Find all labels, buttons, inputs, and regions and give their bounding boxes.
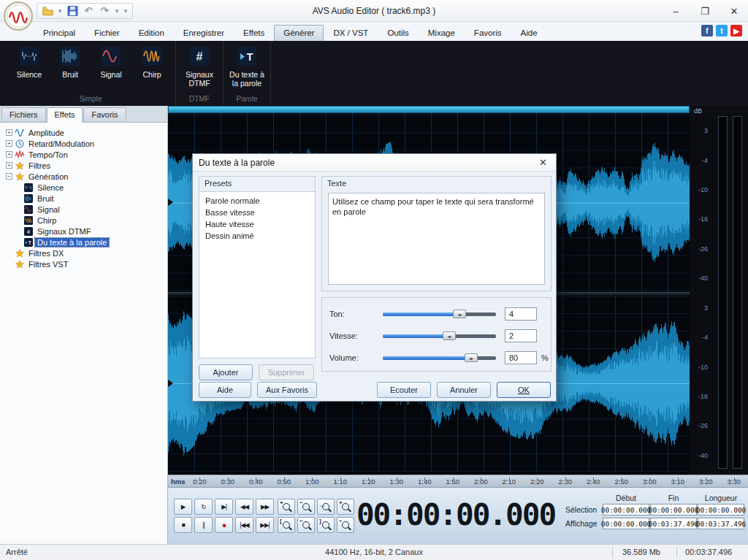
tab-outils[interactable]: Outils	[378, 25, 418, 41]
vitesse-slider-handle[interactable]: ◂▸	[443, 331, 456, 340]
save-icon[interactable]	[65, 4, 80, 18]
ribbon-button-bruit[interactable]: Bruit	[51, 44, 89, 79]
volume-slider-handle[interactable]: ◂▸	[465, 353, 478, 362]
go-to-end-button[interactable]: ▶▶|	[256, 517, 274, 533]
pause-button[interactable]: ||	[194, 517, 213, 533]
selection-value-affichage-1[interactable]: 00:03:37.496	[650, 518, 697, 529]
listen-button[interactable]: Ecouter	[377, 382, 431, 398]
tab-principal[interactable]: Principal	[34, 25, 85, 41]
tab-aide[interactable]: Aide	[511, 25, 547, 41]
panel-tab-fichiers[interactable]: Fichiers	[1, 107, 46, 122]
zoom-selection-right-button[interactable]: ]	[317, 517, 335, 533]
panel-tab-effets[interactable]: Effets	[47, 107, 83, 123]
ribbon-button-silence[interactable]: Silence	[10, 44, 48, 79]
position-bar[interactable]	[168, 106, 690, 113]
dialog-titlebar[interactable]: Du texte à la parole ✕	[193, 154, 556, 172]
tree-item-filtres-dx[interactable]: Filtres DX	[1, 248, 166, 258]
play-button[interactable]: ▶	[174, 499, 192, 515]
selection-value-s-lection-1[interactable]: 00:00:00.000	[650, 504, 697, 515]
tree-expander-icon[interactable]: +	[6, 129, 12, 136]
record-button[interactable]: ●	[215, 517, 233, 533]
tree-item-silence[interactable]: Silence	[1, 182, 166, 193]
selection-value-s-lection-0[interactable]: 00:00:00.000	[603, 504, 649, 515]
tab-mixage[interactable]: Mixage	[419, 25, 465, 41]
tree-item-tempo-ton[interactable]: +Tempo/Ton	[1, 149, 166, 160]
play-to-end-button[interactable]: ▶|	[215, 499, 233, 515]
maximize-button[interactable]: ❐	[695, 6, 714, 17]
preset-item-parole-normale[interactable]: Parole normale	[199, 195, 315, 207]
tree-item-bruit[interactable]: Bruit	[1, 193, 166, 204]
open-file-dropdown-icon[interactable]: ▾	[56, 4, 64, 18]
twitter-icon[interactable]: t	[716, 25, 728, 37]
help-button[interactable]: Aide	[199, 382, 251, 398]
favorites-button[interactable]: Aux Favoris	[257, 382, 317, 398]
cancel-button[interactable]: Annuler	[437, 382, 491, 398]
tree-expander-icon[interactable]: +	[6, 151, 12, 158]
panel-tab-favoris[interactable]: Favoris	[83, 107, 126, 122]
fast-forward-button[interactable]: ▶▶	[256, 499, 274, 515]
vitesse-value[interactable]: 2	[505, 329, 537, 342]
tab-effets[interactable]: Effets	[234, 25, 274, 41]
tree-expander-icon[interactable]: −	[6, 173, 12, 180]
tree-item-chirp[interactable]: Chirp	[1, 215, 166, 226]
remove-preset-button[interactable]: Supprimer	[259, 364, 314, 380]
tree-item-g-n-ration[interactable]: −Génération	[1, 171, 166, 182]
tree-item-signal[interactable]: Signal	[1, 204, 166, 215]
youtube-icon[interactable]: ▶	[730, 25, 742, 37]
ribbon-button-chirp[interactable]: Chirp	[133, 44, 171, 79]
zoom-fit-button[interactable]: ﹍	[317, 499, 335, 515]
loop-button[interactable]: ↻	[194, 499, 213, 515]
tab-enregistrer[interactable]: Enregistrer	[174, 25, 234, 41]
facebook-icon[interactable]: f	[701, 25, 713, 37]
ribbon-button-signaux-dtmf[interactable]: #Signaux DTMF	[180, 44, 218, 88]
redo-dropdown-icon[interactable]: ▾	[113, 4, 121, 18]
tab-g-n-rer[interactable]: Générer	[274, 25, 324, 41]
tree-item-signaux-dtmf[interactable]: #Signaux DTMF	[1, 226, 166, 237]
redo-icon[interactable]: ↷	[97, 4, 112, 18]
tree-expander-icon[interactable]: +	[6, 162, 12, 169]
tree-item-du-texte-la-parole[interactable]: TDu texte à la parole	[1, 237, 166, 248]
add-preset-button[interactable]: Ajouter	[199, 364, 253, 380]
zoom-selection-left-button[interactable]: [	[278, 517, 295, 533]
zoom-out-full-button[interactable]: −	[297, 517, 315, 533]
ok-button[interactable]: OK	[497, 382, 551, 398]
tab-fichier[interactable]: Fichier	[85, 25, 129, 41]
timeline-ruler[interactable]: hms0:200:300:400:501:001:101:201:301:401…	[168, 475, 748, 488]
preset-item-haute-vitesse[interactable]: Haute vitesse	[199, 218, 315, 230]
ribbon-button-signal[interactable]: Signal	[92, 44, 130, 79]
channel2-cursor-marker[interactable]	[168, 380, 173, 387]
close-button[interactable]: ✕	[725, 6, 744, 17]
speech-text-input[interactable]: Utilisez ce champ pour taper le texte qu…	[328, 193, 545, 285]
selection-value-affichage-0[interactable]: 00:00:00.000	[603, 518, 649, 529]
volume-slider[interactable]: ◂▸	[383, 353, 496, 363]
tree-item-amplitude[interactable]: +Amplitude	[1, 127, 166, 138]
preset-item-basse-vitesse[interactable]: Basse vitesse	[199, 207, 315, 218]
minimize-button[interactable]: –	[666, 6, 685, 17]
stop-button[interactable]: ■	[174, 517, 192, 533]
tab-dx-vst[interactable]: DX / VST	[324, 25, 378, 41]
level-meter-right[interactable]	[733, 116, 742, 469]
tree-item-retard-modulation[interactable]: +Retard/Modulation	[1, 138, 166, 149]
open-file-icon[interactable]	[40, 4, 55, 18]
tree-expander-icon[interactable]: +	[6, 140, 12, 147]
customize-toolbar-icon[interactable]: ▾	[122, 4, 129, 18]
ton-value[interactable]: 4	[505, 307, 537, 321]
tree-item-filtres[interactable]: +Filtres	[1, 160, 166, 171]
avs-logo-icon[interactable]	[4, 1, 33, 31]
level-meter-left[interactable]	[718, 116, 728, 469]
volume-value[interactable]: 80	[505, 351, 537, 364]
preset-item-dessin-anim[interactable]: Dessin animé	[199, 230, 315, 242]
tree-item-filtres-vst[interactable]: Filtres VST	[1, 258, 166, 269]
go-to-start-button[interactable]: |◀◀	[235, 517, 253, 533]
ribbon-button-du-texte-la-parole[interactable]: TDu texte à la parole	[228, 44, 266, 88]
dialog-close-icon[interactable]: ✕	[536, 157, 550, 168]
selection-value-affichage-2[interactable]: 00:03:37.496	[698, 518, 744, 529]
zoom-out-button[interactable]: −	[297, 499, 315, 515]
tab-edition[interactable]: Edition	[129, 25, 174, 41]
tab-favoris[interactable]: Favoris	[465, 25, 511, 41]
vitesse-slider[interactable]: ◂▸	[383, 331, 496, 341]
channel1-cursor-marker[interactable]	[168, 199, 173, 206]
undo-icon[interactable]: ↶	[81, 4, 96, 18]
ton-slider[interactable]: ◂▸	[383, 309, 496, 319]
zoom-in-button[interactable]: +	[278, 499, 295, 515]
